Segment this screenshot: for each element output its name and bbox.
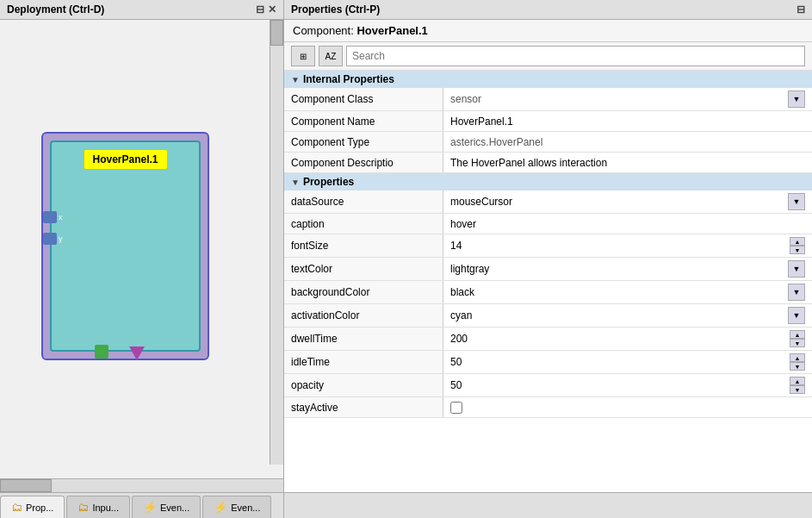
prop-value-caption: hover <box>443 214 812 234</box>
spinner-idletime[interactable]: ▲ ▼ <box>790 353 805 371</box>
port-x[interactable]: x <box>43 211 57 223</box>
prop-row-component-class: Component Class sensor ▼ <box>284 88 812 111</box>
sort-alpha-btn[interactable]: AZ <box>319 46 343 66</box>
tab-inputs[interactable]: 🗂 Inpu... <box>66 496 130 518</box>
prop-row-opacity: opacity 50 ▲ ▼ <box>284 374 812 397</box>
prop-row-idletime: idleTime 50 ▲ ▼ <box>284 351 812 374</box>
prop-value-component-class: sensor ▼ <box>443 88 812 110</box>
port-y-label: y <box>59 234 63 243</box>
spinner-fontsize-down[interactable]: ▼ <box>790 246 805 254</box>
prop-text-dwelltime: 200 <box>450 333 786 345</box>
prop-row-fontsize: fontSize 14 ▲ ▼ <box>284 234 812 258</box>
deployment-title: Deployment (Ctrl-D) <box>7 3 104 16</box>
section-internal: ▼ Internal Properties <box>284 71 812 88</box>
component-outer-box[interactable]: HoverPanel.1 x y <box>41 132 209 360</box>
search-input[interactable] <box>346 46 805 66</box>
prop-text-datasource: mouseCursor <box>450 196 784 208</box>
prop-name-datasource: dataSource <box>284 190 443 213</box>
prop-name-fontsize: fontSize <box>284 234 443 257</box>
checkbox-stayactive[interactable] <box>450 402 462 414</box>
tab-events2[interactable]: ⚡ Even... <box>202 496 271 518</box>
spinner-fontsize-up[interactable]: ▲ <box>790 237 805 246</box>
tab-properties[interactable]: 🗂 Prop... <box>0 496 65 518</box>
scrollbar-h-thumb[interactable] <box>0 479 52 492</box>
input-icon: 🗂 <box>77 501 89 514</box>
horizontal-scrollbar[interactable] <box>0 478 283 492</box>
prop-row-activationcolor: activationColor cyan ▼ <box>284 304 812 328</box>
tab-events1[interactable]: ⚡ Even... <box>132 496 201 518</box>
component-label: HoverPanel.1 <box>83 149 167 170</box>
dropdown-btn-bgcolor[interactable]: ▼ <box>788 284 805 301</box>
prop-text-component-name: HoverPanel.1 <box>450 115 805 128</box>
prop-value-opacity: 50 ▲ ▼ <box>443 374 812 396</box>
prop-name-dwelltime: dwellTime <box>284 328 443 350</box>
prop-text-fontsize: 14 <box>450 240 786 252</box>
lightning-icon-2: ⚡ <box>214 501 227 514</box>
prop-name-component-desc: Component Descriptio <box>284 153 443 172</box>
prop-name-idletime: idleTime <box>284 351 443 373</box>
deployment-canvas: HoverPanel.1 x y <box>0 20 283 478</box>
scrollbar-thumb[interactable] <box>270 20 283 46</box>
spinner-opacity-down[interactable]: ▼ <box>790 385 805 394</box>
vertical-scrollbar[interactable] <box>270 20 283 465</box>
port-bottom-green[interactable] <box>95 345 108 359</box>
prop-name-opacity: opacity <box>284 374 443 396</box>
dropdown-btn-activationcolor[interactable]: ▼ <box>788 307 805 324</box>
prop-row-textcolor: textColor lightgray ▼ <box>284 258 812 281</box>
right-bottom-tabs <box>284 492 812 518</box>
panel-header-icons: ⊟ ✕ <box>256 3 276 16</box>
component-name-value: HoverPanel.1 <box>356 24 427 37</box>
deployment-panel: Deployment (Ctrl-D) ⊟ ✕ HoverPanel.1 x y <box>0 0 284 518</box>
spinner-fontsize[interactable]: ▲ ▼ <box>790 237 805 254</box>
spinner-opacity[interactable]: ▲ ▼ <box>790 377 805 394</box>
prop-row-bgcolor: backgroundColor black ▼ <box>284 281 812 304</box>
dropdown-btn-textcolor[interactable]: ▼ <box>788 260 805 278</box>
prop-text-idletime: 50 <box>450 356 786 368</box>
spinner-dwelltime[interactable]: ▲ ▼ <box>790 330 805 347</box>
dropdown-btn-datasource[interactable]: ▼ <box>788 193 805 210</box>
prop-value-idletime: 50 ▲ ▼ <box>443 351 812 373</box>
port-bottom-purple[interactable] <box>129 346 145 360</box>
section-toggle-internal[interactable]: ▼ <box>291 75 300 84</box>
tab-properties-label: Prop... <box>26 502 53 513</box>
right-pin-icon[interactable]: ⊟ <box>797 3 805 16</box>
pin-icon[interactable]: ⊟ <box>256 3 264 16</box>
prop-text-component-class: sensor <box>450 93 784 105</box>
right-header-icons: ⊟ <box>797 3 805 16</box>
spinner-dwelltime-down[interactable]: ▼ <box>790 339 805 347</box>
port-y[interactable]: y <box>43 233 57 245</box>
prop-row-dwelltime: dwellTime 200 ▲ ▼ <box>284 328 812 351</box>
prop-value-component-name: HoverPanel.1 <box>443 111 812 131</box>
sort-category-btn[interactable]: ⊞ <box>291 46 315 66</box>
prop-row-datasource: dataSource mouseCursor ▼ <box>284 190 812 214</box>
prop-row-caption: caption hover <box>284 214 812 234</box>
prop-value-dwelltime: 200 ▲ ▼ <box>443 328 812 350</box>
prop-value-component-desc: The HoverPanel allows interaction <box>443 153 812 172</box>
spinner-opacity-up[interactable]: ▲ <box>790 377 805 385</box>
spinner-idletime-down[interactable]: ▼ <box>790 362 805 371</box>
tab-events1-label: Even... <box>160 502 189 513</box>
tab-events2-label: Even... <box>231 502 260 513</box>
close-icon[interactable]: ✕ <box>268 3 276 16</box>
prop-name-textcolor: textColor <box>284 258 443 280</box>
section-toggle-props[interactable]: ▼ <box>291 178 300 187</box>
component-inner-box: HoverPanel.1 x y <box>50 140 201 352</box>
sort-alpha-icon: AZ <box>325 52 337 61</box>
component-name-row: Component: HoverPanel.1 <box>284 20 812 42</box>
dropdown-btn-component-class[interactable]: ▼ <box>788 90 805 108</box>
prop-text-bgcolor: black <box>450 286 784 298</box>
prop-value-stayactive <box>443 397 812 417</box>
properties-header: Properties (Ctrl-P) ⊟ <box>284 0 812 20</box>
port-x-label: x <box>59 213 63 222</box>
properties-panel: Properties (Ctrl-P) ⊟ Component: HoverPa… <box>284 0 812 518</box>
spinner-idletime-up[interactable]: ▲ <box>790 353 805 362</box>
spinner-dwelltime-up[interactable]: ▲ <box>790 330 805 339</box>
prop-row-component-name: Component Name HoverPanel.1 <box>284 111 812 132</box>
toolbar-row: ⊞ AZ <box>284 42 812 71</box>
prop-text-component-desc: The HoverPanel allows interaction <box>450 157 805 169</box>
prop-name-caption: caption <box>284 214 443 234</box>
prop-text-component-type: asterics.HoverPanel <box>450 136 805 148</box>
deployment-panel-header: Deployment (Ctrl-D) ⊟ ✕ <box>0 0 283 20</box>
prop-value-datasource: mouseCursor ▼ <box>443 190 812 213</box>
prop-text-activationcolor: cyan <box>450 309 784 321</box>
